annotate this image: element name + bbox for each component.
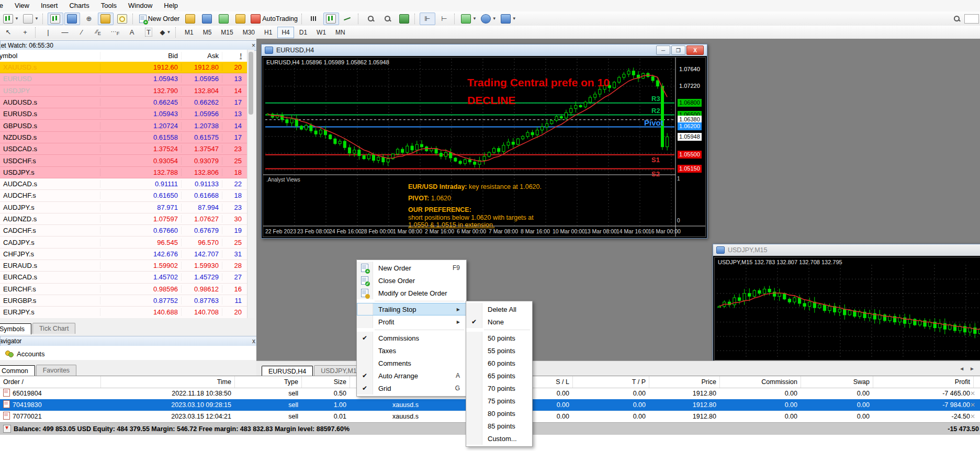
column-tp[interactable]: T / P: [566, 376, 649, 388]
channel-tool[interactable]: ∕∕E: [91, 26, 106, 39]
new-order-button[interactable]: + New Order: [138, 13, 181, 25]
market-watch-row[interactable]: EURGBP.s0.877520.8776311: [0, 295, 247, 307]
menu-help[interactable]: Help: [158, 0, 184, 12]
close-button[interactable]: X: [686, 46, 704, 55]
submenu-item-delete-all[interactable]: Delete All: [466, 303, 532, 315]
signals-button[interactable]: [216, 13, 231, 25]
column-profit[interactable]: Profit: [866, 376, 974, 388]
market-watch-row[interactable]: CADCHF.s0.676600.6767919: [0, 225, 247, 236]
market-watch-row[interactable]: CADJPY.s96.54596.57025: [0, 236, 247, 248]
tab-scroll-arrows[interactable]: ◄►: [959, 366, 980, 371]
crosshair-tool[interactable]: +: [17, 26, 33, 39]
toggle-data-window[interactable]: [64, 13, 80, 25]
submenu-item-70-points[interactable]: 70 points: [466, 382, 532, 394]
profiles-button[interactable]: ▼: [21, 13, 40, 25]
search-input[interactable]: [964, 14, 979, 24]
menu-tools[interactable]: Tools: [95, 0, 122, 12]
market-watch-row[interactable]: AUDUSD.s0.662450.6626217: [0, 97, 247, 108]
menu-item-taxes[interactable]: Taxes: [357, 344, 466, 357]
menu-window[interactable]: Window: [122, 0, 158, 12]
toggle-strategy-tester[interactable]: ⊕: [81, 13, 97, 25]
menu-item-modify-or-delete-order[interactable]: Modify or Delete Order: [357, 287, 466, 299]
eurusd-titlebar[interactable]: EURUSD,H4 ─ ❒ X: [262, 44, 707, 56]
minimize-button[interactable]: ─: [656, 46, 670, 55]
market-watch-row[interactable]: EURUSD1.059431.0595613: [0, 73, 247, 85]
column-symbol[interactable]: Symbol: [0, 52, 100, 60]
fibonacci-tool[interactable]: ⋯F: [107, 26, 123, 39]
toggle-terminal[interactable]: [115, 13, 130, 25]
market-watch-row[interactable]: EURUSD.s1.059431.0595613: [0, 108, 247, 120]
search-icon[interactable]: [954, 16, 960, 22]
column-price[interactable]: Price: [643, 376, 720, 388]
auto-scroll-button[interactable]: ⊩: [420, 13, 435, 25]
timeframe-m5[interactable]: M5: [199, 27, 216, 38]
submenu-item-65-points[interactable]: 65 points: [466, 369, 532, 382]
market-watch-row[interactable]: EURJPY.s140.688140.70820: [0, 307, 247, 318]
market-watch-row[interactable]: USDJPY.s132.788132.80618: [0, 167, 247, 178]
chart-shift-button[interactable]: ⊢: [436, 13, 452, 25]
menu-view[interactable]: View: [9, 0, 35, 12]
tab-favorites[interactable]: Favorites: [36, 365, 76, 376]
timeframe-m30[interactable]: M30: [239, 27, 259, 38]
arrows-tool[interactable]: ◆▼: [157, 26, 173, 39]
tile-windows-button[interactable]: [397, 13, 412, 25]
close-order-x-icon[interactable]: ✕: [967, 411, 980, 422]
market-watch-row[interactable]: CHFJPY.s142.676142.70731: [0, 249, 247, 260]
toggle-navigator[interactable]: [98, 13, 114, 25]
column-size[interactable]: Size: [295, 376, 350, 388]
submenu-item-55-points[interactable]: 55 points: [466, 344, 532, 357]
new-chart-button[interactable]: ▼: [2, 13, 20, 25]
column-bid[interactable]: Bid: [100, 52, 181, 60]
market-watch-row[interactable]: XAUUSD.s1912.601912.8020: [0, 62, 247, 73]
market-watch-row[interactable]: EURAUD.s1.599021.5993028: [0, 260, 247, 272]
menu-item-trailing-stop[interactable]: Trailing Stop▶: [357, 303, 466, 315]
text-tool[interactable]: A: [124, 26, 140, 39]
menu-insert[interactable]: Insert: [35, 0, 64, 12]
market-watch-row[interactable]: USDCHF.s0.930540.9307925: [0, 155, 247, 166]
autotrading-button[interactable]: AutoTrading: [249, 13, 299, 25]
templates-button[interactable]: ▼: [499, 13, 518, 25]
column-order[interactable]: Order /: [0, 376, 101, 388]
candlestick-button[interactable]: [323, 13, 339, 25]
zoom-out-button[interactable]: [380, 13, 396, 25]
market-watch-row[interactable]: AUDJPY.s87.97187.99423: [0, 202, 247, 213]
indicators-button[interactable]: ▼: [459, 13, 478, 25]
menu-file[interactable]: File: [0, 0, 9, 12]
submenu-item-none[interactable]: ✔None: [466, 315, 532, 328]
market-watch-scrollbar[interactable]: [247, 50, 254, 318]
menu-item-profit[interactable]: Profit▶: [357, 315, 466, 328]
tab-tick-chart[interactable]: Tick Chart: [32, 323, 76, 334]
usdjpy-titlebar[interactable]: USDJPY,M15: [713, 244, 980, 256]
periods-button[interactable]: ▼: [479, 13, 498, 25]
toggle-market-watch[interactable]: [48, 13, 63, 25]
menu-item-auto-arrange[interactable]: ✔Auto ArrangeA: [357, 369, 466, 382]
market-watch-row[interactable]: AUDCHF.s0.616500.6166818: [0, 190, 247, 201]
timeframe-m15[interactable]: M15: [217, 27, 237, 38]
market-watch-row[interactable]: EURCAD.s1.457021.4572927: [0, 272, 247, 283]
submenu-item-60-points[interactable]: 60 points: [466, 357, 532, 369]
column-ask[interactable]: Ask: [181, 52, 222, 60]
bar-chart-button[interactable]: [307, 13, 322, 25]
menu-item-comments[interactable]: Comments: [357, 357, 466, 369]
market-watch-row[interactable]: USDCAD.s1.375241.3754723: [0, 143, 247, 155]
column-time[interactable]: Time: [94, 376, 235, 388]
column-commission[interactable]: Commission: [713, 376, 801, 388]
close-order-x-icon[interactable]: ✕: [967, 388, 980, 399]
column-swap[interactable]: Swap: [794, 376, 873, 388]
submenu-item-custom-[interactable]: Custom...: [466, 432, 532, 445]
timeframe-h4[interactable]: H4: [277, 27, 294, 38]
scrollbar-thumb[interactable]: [249, 52, 253, 115]
submenu-item-80-points[interactable]: 80 points: [466, 407, 532, 420]
menu-item-close-order[interactable]: ✓Close Order: [357, 274, 466, 287]
usdjpy-chart-window[interactable]: USDJPY,M15 USDJPY,M15 132.783 132.807 13…: [713, 244, 980, 362]
text-label-tool[interactable]: T: [141, 26, 156, 39]
eurusd-chart-window[interactable]: EURUSD,H4 ─ ❒ X EURUSD,H4 1.05896 1.0598…: [261, 44, 707, 239]
metaeditor-button[interactable]: [182, 13, 198, 25]
tab-eurusd-h4[interactable]: EURUSD,H4: [262, 366, 313, 376]
market-watch-row[interactable]: NZDUSD.s0.615580.6157517: [0, 132, 247, 143]
community-button[interactable]: [199, 13, 215, 25]
menu-item-commissions[interactable]: ✔Commissions: [357, 332, 466, 344]
submenu-item-50-points[interactable]: 50 points: [466, 332, 532, 344]
market-watch-row[interactable]: GBPUSD.s1.207241.2073814: [0, 120, 247, 131]
line-chart-button[interactable]: [340, 13, 356, 25]
